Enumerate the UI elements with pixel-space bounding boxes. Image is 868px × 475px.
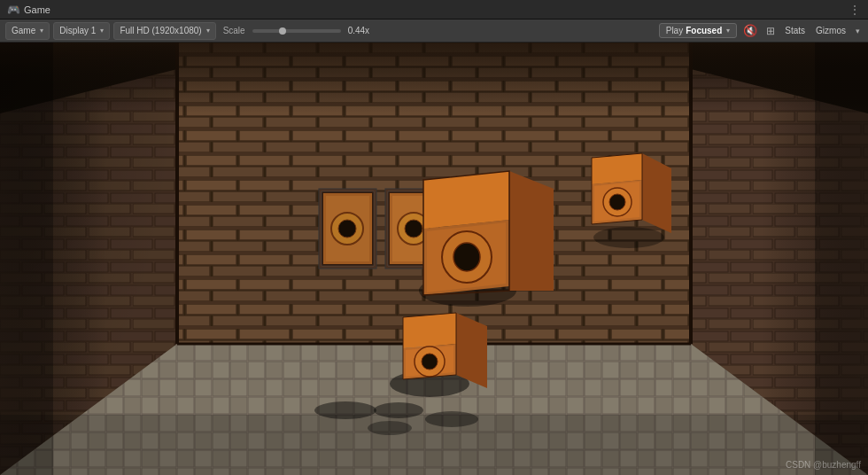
play-focused-arrow: ▾ [726,27,730,35]
scale-label: Scale [223,26,245,35]
game-label: Game [12,26,35,35]
game-icon: 🎮 [7,4,20,16]
gizmos-button[interactable]: Gizmos [812,24,849,37]
svg-rect-84 [0,43,53,475]
resolution-dropdown-arrow: ▾ [206,27,210,35]
svg-rect-47 [322,191,374,266]
focused-label: Focused [686,26,722,35]
svg-marker-65 [423,220,509,295]
scale-slider[interactable] [252,29,341,33]
svg-point-79 [609,194,625,210]
toolbar-right: Play Focused ▾ 🔇 ⊞ Stats Gizmos ▾ [659,23,863,38]
resolution-label: Full HD (1920x1080) [120,26,201,35]
title-bar-dots[interactable]: ⋮ [849,3,861,17]
display-label: Display 1 [59,26,96,35]
game-dropdown[interactable]: Game ▾ [5,22,50,40]
toolbar: Game ▾ Display 1 ▾ Full HD (1920x1080) ▾… [0,19,868,43]
scene-svg [0,43,868,475]
play-focused-button[interactable]: Play Focused ▾ [659,23,738,38]
game-dropdown-arrow: ▾ [40,27,43,35]
game-viewport[interactable]: CSDN @buzhengff [0,43,868,475]
display-dropdown-arrow: ▾ [100,27,104,35]
svg-marker-72 [456,313,487,388]
svg-rect-82 [0,43,868,113]
play-focused-label: Play [666,26,683,35]
resolution-dropdown[interactable]: Full HD (1920x1080) ▾ [113,22,215,40]
svg-marker-67 [403,313,456,348]
aspect-ratio-button[interactable]: ⊞ [763,25,778,37]
watermark: CSDN @buzhengff [786,460,861,470]
svg-point-71 [422,354,438,370]
svg-point-40 [593,227,664,248]
scale-thumb [279,27,286,35]
svg-rect-85 [815,43,868,475]
title-bar-text: Game [24,4,50,15]
svg-marker-56 [423,171,509,229]
display-dropdown[interactable]: Display 1 ▾ [53,22,110,40]
stats-button[interactable]: Stats [781,24,809,37]
title-bar: 🎮 Game ⋮ [0,0,868,19]
svg-rect-83 [0,415,868,475]
scale-value: 0.44x [348,26,369,35]
mute-button[interactable]: 🔇 [740,24,760,37]
gizmos-arrow[interactable]: ▾ [853,27,863,35]
svg-marker-75 [592,153,642,184]
svg-marker-63 [509,171,554,291]
